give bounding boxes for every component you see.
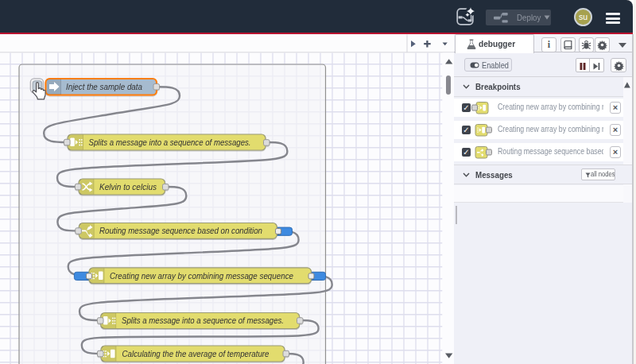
svg-text:Kelvin to celcius: Kelvin to celcius — [99, 181, 157, 191]
svg-text:Splits a message into a sequen: Splits a message into a sequence of mess… — [122, 316, 284, 325]
svg-text:Calculating the the average of: Calculating the the average of temperatu… — [122, 349, 270, 358]
svg-text:Routing message sequence based: Routing message sequence based on condit… — [99, 226, 262, 235]
svg-text:Splits a message into a sequen: Splits a message into a sequence of mess… — [89, 137, 251, 146]
svg-text:Creating new array by combinin: Creating new array by combining message … — [110, 270, 293, 280]
svg-text:Inject the sample data: Inject the sample data — [66, 82, 142, 91]
